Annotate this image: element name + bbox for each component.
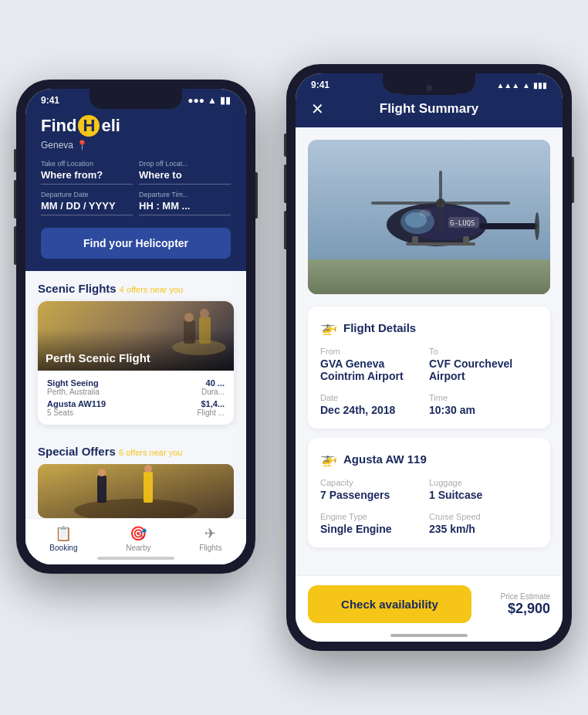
from-label: From: [320, 347, 429, 356]
svg-rect-23: [412, 236, 418, 246]
right-battery-icon: ▮▮▮: [533, 81, 547, 90]
right-wifi-icon: ▲: [522, 81, 530, 90]
wifi-icon: ▲: [208, 95, 217, 106]
svg-point-4: [200, 309, 209, 318]
svg-point-10: [144, 465, 152, 473]
right-home-indicator: [390, 634, 468, 637]
special-section-title: Special Offers 6 offers near you: [25, 434, 246, 464]
check-availability-button[interactable]: Check availability: [308, 585, 471, 623]
right-content: G-LUQS 🚁 Flight Details From: [296, 127, 563, 595]
svg-text:G-LUQS: G-LUQS: [450, 219, 475, 227]
special-card-image[interactable]: [38, 464, 234, 518]
capacity-label: Capacity: [320, 478, 429, 487]
engine-label: Engine Type: [320, 512, 429, 521]
svg-point-8: [98, 469, 106, 476]
special-card-svg: [38, 464, 234, 518]
right-status-icons: ▲▲▲ ▲ ▮▮▮: [496, 81, 547, 90]
date-value: MM / DD / YYYY: [41, 200, 133, 212]
engine-value: Single Engine: [320, 523, 429, 535]
takeof-field[interactable]: Take off Location Where from?: [41, 160, 133, 185]
brand-find-text: Find: [41, 116, 76, 136]
heli-details-card: 🚁 Agusta AW 119 Capacity 7 Passengers Lu…: [308, 438, 550, 547]
right-phone: 9:41 ▲▲▲ ▲ ▮▮▮ ✕ Flight Summary: [286, 64, 572, 651]
svg-rect-21: [439, 171, 442, 232]
time-value: HH : MM ...: [139, 200, 231, 212]
time-field[interactable]: Departure Tim... HH : MM ...: [139, 191, 231, 215]
special-label: Special Offers: [38, 445, 119, 458]
from-value: GVA Geneva Cointrim Airport: [320, 358, 429, 382]
date-value-right: Dec 24th, 2018: [320, 404, 429, 416]
scenic-card[interactable]: Perth Scenic Flight Sight Seeing Perth, …: [38, 301, 234, 425]
location-row: Geneva 📍: [41, 140, 231, 151]
brand: Find H eli: [41, 115, 231, 137]
luggage-detail: Luggage 1 Suitcase: [429, 478, 538, 501]
time-detail: Time 10:30 am: [429, 393, 538, 416]
time-label: Departure Tim...: [139, 191, 231, 198]
price-estimate-value: $2,900: [481, 601, 550, 617]
price-estimate-label: Price Estimate: [481, 592, 550, 601]
location-pin-icon: 📍: [76, 140, 88, 151]
card-details: Sight Seeing Perth, Australia 40 ... Dur…: [38, 371, 234, 425]
nav-nearby-label: Nearby: [126, 544, 150, 552]
heli-section-icon: 🚁: [320, 450, 337, 467]
svg-rect-3: [199, 317, 211, 344]
speed-detail: Cruise Speed 235 km/h: [429, 512, 538, 535]
speed-value: 235 km/h: [429, 523, 538, 535]
card-price: $1,4... Flight ...: [137, 399, 225, 417]
card-right-sub: Dura...: [137, 388, 225, 396]
nav-flights-label: Flights: [199, 544, 221, 552]
special-offers-count: 6 offers near you: [119, 448, 182, 457]
bottom-cta: Check availability Price Estimate $2,900: [296, 575, 563, 642]
engine-detail: Engine Type Single Engine: [320, 512, 429, 535]
svg-rect-9: [144, 472, 153, 503]
signal-icon: ●●●: [188, 95, 204, 106]
luggage-value: 1 Suitcase: [429, 489, 538, 501]
from-detail: From GVA Geneva Cointrim Airport: [320, 347, 429, 382]
heli-details-grid: Capacity 7 Passengers Luggage 1 Suitcase…: [320, 478, 538, 535]
close-button[interactable]: ✕: [311, 100, 324, 118]
booking-icon: 📋: [55, 525, 72, 542]
to-value: CVF Courchevel Airport: [429, 358, 538, 382]
date-label: Departure Date: [41, 191, 133, 198]
right-status-time: 9:41: [311, 80, 329, 90]
nearby-icon: 🎯: [130, 525, 147, 542]
svg-point-2: [184, 313, 194, 322]
dropoff-value: Where to: [139, 169, 231, 181]
card-type-label: Sight Seeing: [47, 378, 134, 388]
right-signal-icon: ▲▲▲: [496, 81, 519, 90]
nav-booking[interactable]: 📋 Booking: [49, 525, 77, 552]
svg-rect-24: [463, 236, 469, 246]
svg-rect-17: [479, 223, 537, 229]
nav-flights[interactable]: ✈ Flights: [199, 525, 221, 552]
scenic-card-image: Perth Scenic Flight: [38, 301, 234, 371]
scenic-section-title: Scenic Flights 4 offers near you: [25, 271, 246, 301]
left-status-icons: ●●● ▲ ▮▮: [188, 95, 231, 106]
flight-details-title: 🚁 Flight Details: [320, 319, 538, 336]
takeof-label: Take off Location: [41, 160, 133, 168]
scenic-label: Scenic Flights: [38, 282, 120, 295]
flight-summary-title: Flight Summary: [380, 101, 478, 117]
dropoff-field[interactable]: Drop off Locat... Where to: [139, 160, 231, 185]
price-estimate: Price Estimate $2,900: [481, 592, 550, 617]
camera-area: [398, 81, 460, 95]
time-value-right: 10:30 am: [429, 404, 538, 416]
right-notch: [383, 73, 475, 93]
left-header: Find H eli Geneva 📍 Take off Location Wh…: [25, 109, 246, 271]
heli-section-label: Agusta AW 119: [343, 452, 427, 466]
svg-rect-1: [184, 320, 195, 344]
date-field[interactable]: Departure Date MM / DD / YYYY: [41, 191, 133, 215]
date-detail: Date Dec 24th, 2018: [320, 393, 429, 416]
nav-nearby[interactable]: 🎯 Nearby: [126, 525, 150, 552]
find-helicopter-button[interactable]: Find your Helicopter: [41, 228, 231, 259]
luggage-label: Luggage: [429, 478, 538, 487]
capacity-detail: Capacity 7 Passengers: [320, 478, 429, 501]
svg-point-27: [419, 209, 431, 217]
flight-details-label: Flight Details: [343, 321, 416, 334]
card-heli: Agusta AW119 5 Seats: [47, 399, 134, 417]
card-heli-sub: 5 Seats: [47, 408, 134, 417]
left-home-indicator: [97, 557, 174, 560]
flight-details-card: 🚁 Flight Details From GVA Geneva Cointri…: [308, 307, 550, 429]
svg-point-0: [172, 340, 226, 355]
heli-section-title: 🚁 Agusta AW 119: [320, 450, 538, 467]
flights-icon: ✈: [204, 525, 216, 542]
